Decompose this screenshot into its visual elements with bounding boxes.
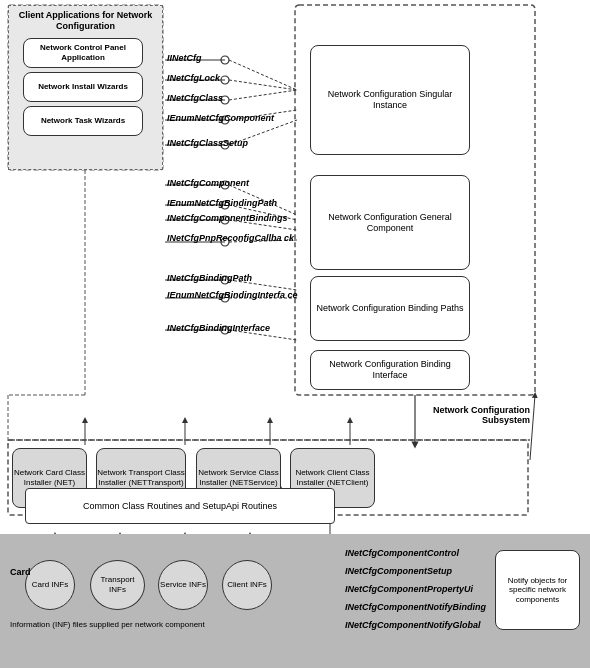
iface-inetcfgcomponent: INetCfgComponent — [167, 178, 249, 188]
iface-inetcfgcomponentsetup: INetCfgComponentSetup — [345, 566, 452, 576]
card-label: Card — [10, 567, 31, 577]
card-infs-circle: Card INFs — [25, 560, 75, 610]
client-apps-container: Client Applications for Network Configur… — [8, 5, 163, 170]
svg-point-6 — [221, 76, 229, 84]
iface-ienumnetcfgcomponent: IEnumNetCfgComponent — [167, 113, 274, 123]
iface-inetcfgbindinginterface: INetCfgBindingInterface — [167, 323, 270, 333]
iface-inetcfg: IINetCfg — [167, 53, 202, 63]
svg-line-27 — [229, 60, 297, 90]
iface-inetcfgcomponentnotifyglobal: INetCfgComponentNotifyGlobal — [345, 620, 481, 630]
install-wizards-box: Network Install Wizards — [23, 72, 143, 102]
common-class-box: Common Class Routines and SetupApi Routi… — [25, 488, 335, 524]
iface-ienumnetcfgbindingpath: IEnumNetCfgBindingPath — [167, 198, 277, 208]
subsystem-label: Network Configuration Subsystem — [420, 405, 530, 425]
notify-objects-box: Notify objects for specific network comp… — [495, 550, 580, 630]
task-wizards-box: Network Task Wizards — [23, 106, 143, 136]
client-apps-title: Client Applications for Network Configur… — [13, 10, 158, 32]
control-panel-box: Network Control Panel Application — [23, 38, 143, 68]
iface-inetcfgclasssetup: INetCfgClassSetup — [167, 138, 248, 148]
inf-label: Information (INF) files supplied per net… — [10, 620, 205, 629]
iface-inetcfglock: INetCfgLock — [167, 73, 220, 83]
singular-instance-box: Network Configuration Singular Instance — [310, 45, 470, 155]
svg-line-43 — [530, 395, 535, 460]
client-infs-circle: Client INFs — [222, 560, 272, 610]
svg-line-29 — [229, 90, 297, 100]
iface-inetcfgcomponentbindings: INetCfgComponentBindings — [167, 213, 288, 223]
iface-inetcfgcomponentcontrol: INetCfgComponentControl — [345, 548, 459, 558]
architecture-diagram: Client Applications for Network Configur… — [0, 0, 590, 668]
general-component-box: Network Configuration General Component — [310, 175, 470, 270]
binding-paths-box: Network Configuration Binding Paths — [310, 276, 470, 341]
svg-line-28 — [229, 80, 297, 90]
binding-interface-box: Network Configuration Binding Interface — [310, 350, 470, 390]
iface-inetcfgcomponentpropertyui: INetCfgComponentPropertyUi — [345, 584, 473, 594]
iface-inetcfgclass: INetCfgClass — [167, 93, 223, 103]
iface-ienumnetcfgbindinginterface: IEnumNetCfgBindingInterfa ce — [167, 290, 298, 300]
svg-point-4 — [221, 56, 229, 64]
iface-inetcfgpnpreconfig: INetCfgPnpReconfigCallba ck — [167, 233, 294, 243]
transport-infs-circle: Transport INFs — [90, 560, 145, 610]
iface-inetcfgcomponentnotifybinding: INetCfgComponentNotifyBinding — [345, 602, 486, 612]
service-infs-circle: Service INFs — [158, 560, 208, 610]
iface-inetcfgbindingpath: INetCfgBindingPath — [167, 273, 252, 283]
